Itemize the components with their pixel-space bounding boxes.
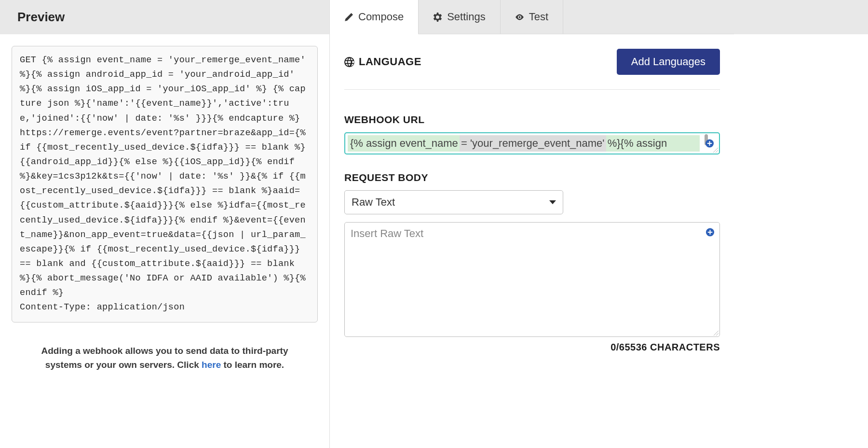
body-type-select[interactable]: Raw Text — [344, 190, 563, 214]
tab-test-label: Test — [529, 11, 548, 23]
svg-line-6 — [716, 333, 719, 336]
svg-point-0 — [518, 16, 520, 18]
webhook-url-label: WEBHOOK URL — [344, 114, 720, 126]
editor-panel: Compose Settings Test LANGUAGE Add Langu… — [329, 0, 734, 448]
header-overflow — [734, 0, 868, 34]
svg-line-2 — [713, 148, 718, 153]
learn-more-link[interactable]: here — [202, 360, 221, 370]
body-type-selected: Raw Text — [352, 196, 395, 209]
resize-handle[interactable] — [713, 330, 719, 336]
preview-panel: Preview GET {% assign event_name = 'your… — [0, 0, 329, 448]
webhook-help-text: Adding a webhook allows you to send data… — [12, 344, 318, 372]
globe-icon — [344, 57, 354, 67]
svg-line-5 — [714, 331, 719, 336]
language-label-text: LANGUAGE — [359, 56, 421, 68]
tab-compose-label: Compose — [358, 11, 404, 23]
character-count: 0/65536 CHARACTERS — [344, 342, 720, 353]
help-text-suffix: to learn more. — [221, 360, 284, 370]
language-label: LANGUAGE — [344, 56, 421, 68]
tab-settings[interactable]: Settings — [419, 0, 501, 34]
preview-code: GET {% assign event_name = 'your_remerge… — [12, 46, 318, 322]
webhook-url-field-wrap — [344, 132, 720, 154]
pencil-icon — [344, 13, 353, 22]
eye-icon — [515, 13, 524, 22]
tab-bar: Compose Settings Test — [330, 0, 734, 34]
raw-text-input[interactable] — [345, 223, 719, 336]
tab-settings-label: Settings — [447, 11, 486, 23]
preview-title: Preview — [17, 10, 65, 25]
request-body-label: REQUEST BODY — [344, 172, 720, 183]
raw-text-wrap — [344, 222, 720, 337]
resize-handle[interactable] — [712, 147, 718, 153]
chevron-down-icon — [549, 200, 556, 204]
tab-test[interactable]: Test — [501, 0, 563, 34]
gear-icon — [433, 13, 442, 22]
add-liquid-icon[interactable] — [705, 228, 715, 237]
svg-line-3 — [716, 150, 718, 153]
tab-compose[interactable]: Compose — [330, 0, 419, 34]
webhook-url-input[interactable] — [345, 133, 719, 154]
add-languages-button[interactable]: Add Languages — [617, 49, 720, 75]
